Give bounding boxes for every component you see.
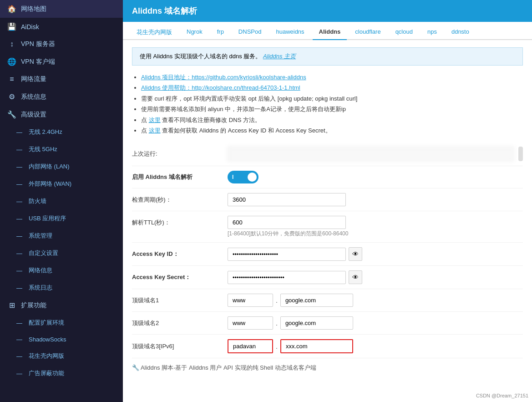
- csdn-badge: CSDN @Dream_27151: [476, 393, 528, 398]
- tab-ngrok[interactable]: Ngrok: [180, 25, 209, 40]
- access-key-secret-label: Access Key Secret：: [132, 273, 223, 281]
- main-content: Aliddns 域名解析 花生壳内网版 Ngrok frp DNSPod hua…: [123, 0, 532, 402]
- footer-note: 🔧 Aliddns 脚本-基于 Aliddns 用户 API 实现的纯 Shel…: [132, 358, 523, 374]
- enable-label: 启用 Aliddns 域名解析: [132, 173, 223, 181]
- domain1-label: 顶级域名1: [132, 296, 223, 305]
- info-icon: ⚙: [7, 92, 16, 101]
- last-run-label: 上次运行:: [132, 150, 223, 158]
- tab-huaweidns[interactable]: huaweidns: [269, 25, 310, 40]
- sidebar-item-network-map[interactable]: 🏠 网络地图: [0, 0, 123, 18]
- traffic-icon: ≡: [7, 75, 16, 83]
- domain2-row: 顶级域名2 .: [132, 312, 523, 335]
- page-title: Aliddns 域名解析: [132, 6, 197, 15]
- sidebar-item-adblock[interactable]: 广告屏蔽功能: [0, 365, 123, 382]
- sidebar-item-config-env[interactable]: 配置扩展环境: [0, 314, 123, 331]
- sidebar: 🏠 网络地图 💾 AiDisk ↕ VPN 服务器 🌐 VPN 客户端 ≡ 网络…: [0, 0, 123, 402]
- access-key-id-wrap: 👁: [228, 247, 362, 261]
- domain3-sub-input[interactable]: [228, 339, 273, 353]
- sidebar-item-system-management[interactable]: 系统管理: [0, 227, 123, 244]
- sidebar-item-extensions[interactable]: ⊞ 扩展功能: [0, 296, 123, 314]
- sidebar-item-aidisk[interactable]: 💾 AiDisk: [0, 18, 123, 36]
- access-key-id-row: Access Key ID： 👁: [132, 243, 523, 266]
- grid-icon: ⊞: [7, 301, 16, 310]
- scrollbar-handle[interactable]: [518, 147, 523, 161]
- globe-icon: 🌐: [7, 57, 16, 66]
- tab-frp[interactable]: frp: [211, 25, 230, 40]
- sidebar-item-system-info[interactable]: ⚙ 系统信息: [0, 88, 123, 106]
- tab-huakeshell[interactable]: 花生壳内网版: [130, 25, 178, 40]
- bullet-link-1[interactable]: Aliddns 项目地址：https://github.com/kyriosli…: [141, 74, 306, 81]
- tab-cloudflare[interactable]: cloudflare: [349, 25, 387, 40]
- access-key-secret-toggle-visibility[interactable]: 👁: [349, 270, 362, 284]
- tab-qcloud[interactable]: qcloud: [389, 25, 419, 40]
- domain3-label: 顶级域名3[IPv6]: [132, 342, 223, 351]
- bullet-link-2[interactable]: Aliddns 使用帮助：http://koolshare.cn/thread-…: [141, 84, 300, 91]
- disk-icon: 💾: [7, 22, 16, 31]
- domain1-row: 顶级域名1 .: [132, 289, 523, 312]
- sidebar-item-wifi-5[interactable]: 无线 5GHz: [0, 141, 123, 158]
- sidebar-item-wifi-24[interactable]: 无线 2.4GHz: [0, 123, 123, 141]
- check-interval-input[interactable]: [228, 193, 346, 206]
- domain2-main-input[interactable]: [280, 316, 353, 330]
- access-key-secret-wrap: 👁: [228, 270, 362, 284]
- sidebar-item-wan[interactable]: 外部网络 (WAN): [0, 175, 123, 193]
- sidebar-item-lan[interactable]: 内部网络 (LAN): [0, 158, 123, 175]
- sidebar-item-vpn-client[interactable]: 🌐 VPN 客户端: [0, 53, 123, 71]
- domain2-sub-input[interactable]: [228, 316, 273, 330]
- domain2-label: 顶级域名2: [132, 319, 223, 327]
- footer-text: 🔧 Aliddns 脚本-基于 Aliddns 用户 API 实现的纯 Shel…: [132, 364, 316, 371]
- sidebar-item-system-log[interactable]: 系统日志: [0, 279, 123, 296]
- ttl-row: 解析TTL(秒)： [1-86400]默认10分钟，免费版的范围是600-864…: [132, 211, 523, 243]
- tab-nps[interactable]: nps: [421, 25, 443, 40]
- intro-text: 使用 Aliddns 实现顶级个人域名的 ddns 服务。: [140, 53, 261, 60]
- tab-bar: 花生壳内网版 Ngrok frp DNSPod huaweidns Aliddn…: [123, 22, 532, 40]
- toggle-thumb: [248, 173, 257, 182]
- sidebar-item-vpn-server[interactable]: ↕ VPN 服务器: [0, 36, 123, 53]
- domain3-main-input[interactable]: [280, 339, 353, 353]
- domain3-fields: .: [228, 339, 353, 353]
- domain1-sub-input[interactable]: [228, 294, 273, 307]
- wrench-icon: 🔧: [7, 110, 16, 119]
- domain2-separator: .: [276, 320, 278, 327]
- tab-dnspod[interactable]: DNSPod: [232, 25, 268, 40]
- access-key-secret-input[interactable]: [228, 271, 346, 284]
- check-interval-label: 检查周期(秒)：: [132, 196, 223, 204]
- sidebar-item-network-info[interactable]: 网络信息: [0, 262, 123, 279]
- aliddns-homepage-link[interactable]: Aliddns 主页: [263, 53, 296, 60]
- access-key-id-label: Access Key ID：: [132, 250, 223, 258]
- domain1-separator: .: [276, 297, 278, 304]
- tab-ddnsto[interactable]: ddnsto: [445, 25, 476, 40]
- ttl-hint: [1-86400]默认10分钟，免费版的范围是600-86400: [228, 230, 348, 238]
- content-area: 使用 Aliddns 实现顶级个人域名的 ddns 服务。 Aliddns 主页…: [123, 40, 532, 381]
- last-run-value: [228, 147, 514, 161]
- sidebar-item-shadowsocks[interactable]: ShadowSocks: [0, 331, 123, 347]
- domain3-separator: .: [276, 343, 278, 350]
- ttl-input[interactable]: [228, 216, 346, 229]
- access-key-secret-row: Access Key Secret： 👁: [132, 266, 523, 289]
- access-key-id-input[interactable]: [228, 248, 346, 261]
- sidebar-item-huakeshell[interactable]: 花生壳内网版: [0, 347, 123, 365]
- vpn-server-icon: ↕: [7, 40, 16, 48]
- home-icon: 🏠: [7, 5, 16, 13]
- last-run-row: 上次运行:: [132, 142, 523, 166]
- bullet-link-accesskey[interactable]: 这里: [149, 127, 161, 134]
- domain1-main-input[interactable]: [280, 294, 353, 307]
- bullet-link-dns[interactable]: 这里: [149, 117, 161, 123]
- domain1-fields: .: [228, 294, 353, 307]
- sidebar-item-usb-apps[interactable]: USB 应用程序: [0, 210, 123, 227]
- sidebar-item-firewall[interactable]: 防火墙: [0, 193, 123, 210]
- info-bullets: Aliddns 项目地址：https://github.com/kyriosli…: [141, 72, 523, 136]
- sidebar-item-custom-settings[interactable]: 自定义设置: [0, 244, 123, 262]
- sidebar-item-advanced-settings[interactable]: 🔧 高级设置: [0, 106, 123, 123]
- domain3-row: 顶级域名3[IPv6] .: [132, 335, 523, 358]
- info-box: 使用 Aliddns 实现顶级个人域名的 ddns 服务。 Aliddns 主页: [132, 47, 523, 66]
- domain2-fields: .: [228, 316, 353, 330]
- enable-toggle[interactable]: I: [228, 171, 258, 183]
- sidebar-item-network-traffic[interactable]: ≡ 网络流量: [0, 71, 123, 88]
- enable-row: 启用 Aliddns 域名解析 I: [132, 166, 523, 188]
- tab-aliddns[interactable]: Aliddns: [313, 25, 347, 40]
- check-interval-row: 检查周期(秒)：: [132, 188, 523, 211]
- access-key-id-toggle-visibility[interactable]: 👁: [349, 247, 362, 261]
- page-header: Aliddns 域名解析: [123, 0, 532, 22]
- ttl-field-group: [1-86400]默认10分钟，免费版的范围是600-86400: [228, 216, 348, 238]
